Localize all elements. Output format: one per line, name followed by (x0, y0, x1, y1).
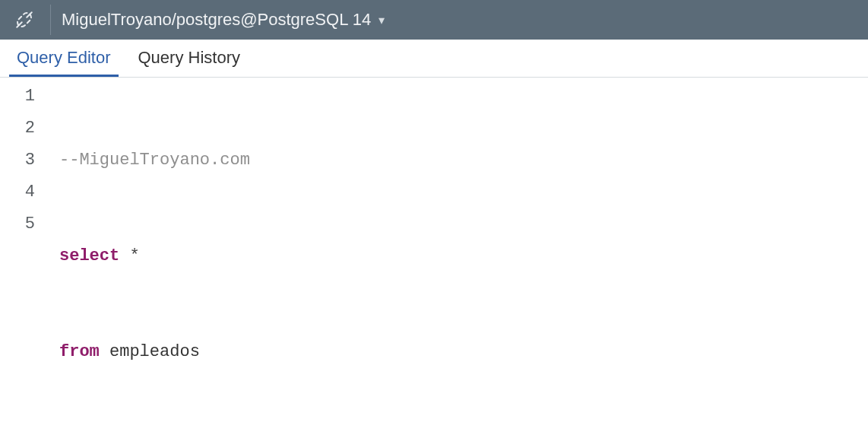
divider (50, 5, 51, 35)
editor-tabs: Query Editor Query History (0, 40, 868, 78)
line-number: 2 (0, 113, 35, 145)
tab-query-history[interactable]: Query History (131, 40, 248, 77)
token-ident: empleados (100, 342, 200, 361)
token-keyword: from (59, 342, 100, 361)
line-number: 3 (0, 145, 35, 176)
sql-editor[interactable]: 1 2 3 4 5 --MiguelTroyano.com select * f… (0, 78, 868, 432)
line-number: 4 (0, 176, 35, 208)
line-number: 1 (0, 81, 35, 113)
connection-label-text: MiguelTroyano/postgres@PostgreSQL 14 (62, 10, 371, 30)
connection-dropdown[interactable]: MiguelTroyano/postgres@PostgreSQL 14 ▾ (62, 10, 385, 30)
tab-query-editor[interactable]: Query Editor (9, 40, 119, 77)
token-keyword: select (59, 246, 119, 265)
disconnect-icon[interactable] (9, 5, 40, 35)
line-number: 5 (0, 208, 35, 240)
chevron-down-icon: ▾ (379, 13, 385, 27)
token-op: * (119, 246, 139, 265)
code-area[interactable]: --MiguelTroyano.com select * from emplea… (47, 81, 868, 432)
token-comment: --MiguelTroyano.com (59, 151, 250, 170)
line-gutter: 1 2 3 4 5 (0, 81, 47, 432)
connection-bar: MiguelTroyano/postgres@PostgreSQL 14 ▾ (0, 0, 868, 40)
